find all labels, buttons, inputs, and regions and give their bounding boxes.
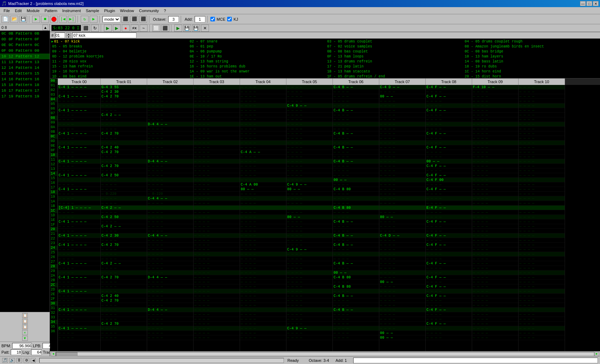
sample-entry[interactable]: 20 - 15 dist horn bbox=[463, 74, 599, 78]
sample-entry[interactable]: 10 - 13 ham layers bbox=[463, 54, 599, 59]
grid-cell[interactable]: — — — — bbox=[194, 224, 240, 229]
grid-cell[interactable]: C-4 2 70 bbox=[101, 94, 147, 99]
grid-cell[interactable]: — — — — bbox=[194, 331, 240, 335]
grid-cell[interactable]: — — — — bbox=[333, 238, 379, 243]
grid-cell[interactable]: — — — — bbox=[519, 215, 565, 219]
grid-cell[interactable]: — — — — bbox=[379, 243, 425, 247]
grid-cell[interactable]: — — — — bbox=[519, 141, 565, 145]
grid-cell[interactable]: — — — — bbox=[147, 117, 193, 122]
grid-cell[interactable]: — — — — bbox=[472, 261, 518, 266]
grid-cell[interactable]: — — — — bbox=[426, 215, 472, 219]
grid-cell[interactable]: C-4 9 — — bbox=[286, 182, 332, 187]
grid-cell[interactable]: — — — — bbox=[147, 145, 193, 150]
grid-cell[interactable]: — — — — bbox=[58, 322, 100, 326]
grid-cell[interactable]: — — — — bbox=[286, 85, 332, 90]
grid-cell[interactable]: C-4 B — — bbox=[333, 219, 379, 224]
sample-entry[interactable]: 19 - 16 horn solo bbox=[51, 69, 187, 74]
grid-cell[interactable]: — — — — bbox=[426, 122, 472, 127]
grid-cell[interactable]: C-4 1 — — — — bbox=[58, 275, 100, 280]
tb2-btn3[interactable]: ⬜ bbox=[152, 25, 160, 32]
grid-cell[interactable]: — — — — bbox=[333, 215, 379, 219]
grid-cell[interactable]: — — — — bbox=[58, 127, 100, 131]
menu-item-?[interactable]: ? bbox=[162, 7, 168, 14]
grid-cell[interactable]: — — — — bbox=[194, 206, 240, 210]
grid-cell[interactable]: C-4 2 70 bbox=[101, 243, 147, 247]
grid-cell[interactable]: — — — — bbox=[333, 247, 379, 252]
pattern-item[interactable]: 1719 Pattern 19 bbox=[0, 93, 50, 99]
grid-cell[interactable]: — — — — bbox=[472, 243, 518, 247]
grid-cell[interactable]: — — — — bbox=[240, 90, 286, 94]
grid-cell[interactable]: — — — — bbox=[147, 335, 193, 340]
grid-cell[interactable]: — — — — bbox=[286, 335, 332, 340]
sample-entry[interactable]: 04 - 05 drums couplet rough bbox=[463, 39, 599, 44]
grid-cell[interactable]: — — — — bbox=[379, 127, 425, 131]
grid-cell[interactable]: — — — — bbox=[333, 164, 379, 168]
grid-cell[interactable]: — — — — bbox=[147, 201, 193, 206]
grid-cell[interactable]: — — — — bbox=[147, 317, 193, 322]
grid-cell[interactable]: — — — — bbox=[519, 322, 565, 326]
grid-cell[interactable]: — — — — bbox=[379, 289, 425, 294]
grid-cell[interactable]: — — — — bbox=[147, 312, 193, 317]
grid-cell[interactable]: — — — — bbox=[333, 141, 379, 145]
grid-cell[interactable]: — — — — bbox=[519, 90, 565, 94]
grid-cell[interactable]: — — — — bbox=[519, 131, 565, 136]
grid-cell[interactable]: C-4 F 00 bbox=[426, 178, 472, 182]
grid-cell[interactable]: 00 — — bbox=[379, 94, 425, 99]
grid-cell[interactable]: — — — — bbox=[379, 219, 425, 224]
grid-cell[interactable]: C-4 F — — bbox=[426, 131, 472, 136]
grid-cell[interactable]: C-4 2 — — bbox=[101, 206, 147, 210]
grid-cell[interactable]: — — — — bbox=[519, 238, 565, 243]
grid-cell[interactable]: — — — — bbox=[240, 113, 286, 117]
grid-cell[interactable]: — — — — bbox=[333, 173, 379, 178]
grid-cell[interactable]: — — — — bbox=[58, 229, 100, 233]
pattern-play-button[interactable]: ▶ bbox=[90, 16, 98, 23]
grid-cell[interactable]: — — — — bbox=[286, 243, 332, 247]
grid-cell[interactable]: — — — — bbox=[472, 289, 518, 294]
grid-cell[interactable]: — — — — bbox=[426, 303, 472, 308]
grid-cell[interactable]: — — — — bbox=[240, 331, 286, 335]
grid-cell[interactable]: — — — — bbox=[519, 275, 565, 280]
grid-cell[interactable]: — — — — bbox=[286, 271, 332, 275]
grid-cell[interactable]: — — — — bbox=[58, 168, 100, 173]
grid-cell[interactable]: — — — — bbox=[240, 247, 286, 252]
grid-cell[interactable]: — — — — bbox=[240, 243, 286, 247]
track-header-10[interactable]: Track 10 bbox=[519, 79, 565, 85]
grid-cell[interactable]: — — — — bbox=[286, 298, 332, 303]
grid-cell[interactable]: — — — — bbox=[240, 127, 286, 131]
grid-cell[interactable]: — — — — bbox=[333, 113, 379, 117]
open-button[interactable]: 📂 bbox=[10, 16, 18, 23]
grid-cell[interactable]: — — — — bbox=[472, 192, 518, 196]
grid-cell[interactable]: — 0-220 bbox=[147, 192, 193, 196]
grid-cell[interactable]: — — — — bbox=[426, 247, 472, 252]
grid-cell[interactable]: — — — — bbox=[194, 136, 240, 141]
status-icon-2[interactable]: 🔊 bbox=[9, 358, 15, 363]
grid-cell[interactable]: C-4 2 40 bbox=[101, 145, 147, 150]
grid-cell[interactable]: — — — — bbox=[519, 168, 565, 173]
grid-cell[interactable]: C-4 D — — bbox=[379, 233, 425, 238]
grid-cell[interactable]: — — — — bbox=[519, 136, 565, 141]
grid-cell[interactable]: 00 — — bbox=[379, 335, 425, 340]
grid-cell[interactable]: — — — — bbox=[472, 117, 518, 122]
grid-cell[interactable]: — — — — bbox=[101, 303, 147, 308]
grid-cell[interactable]: — — — — bbox=[519, 178, 565, 182]
grid-cell[interactable]: — — — — bbox=[519, 294, 565, 298]
grid-cell[interactable]: — — — — bbox=[519, 164, 565, 168]
tb2-close[interactable]: ✕ bbox=[201, 25, 209, 32]
grid-cell[interactable]: — — — — bbox=[58, 247, 100, 252]
grid-cell[interactable]: — — — — bbox=[58, 252, 100, 257]
grid-cell[interactable]: — — — — bbox=[472, 108, 518, 113]
grid-cell[interactable]: — — — — bbox=[472, 215, 518, 219]
sample-entry[interactable]: 1E - 13 ham out bbox=[188, 74, 324, 78]
grid-cell[interactable]: — — — — bbox=[519, 326, 565, 331]
grid-cell[interactable]: — — — — bbox=[379, 113, 425, 117]
grid-cell[interactable]: — — — — bbox=[286, 168, 332, 173]
grid-cell[interactable]: — — — — bbox=[472, 122, 518, 127]
grid-cell[interactable]: — — — — bbox=[379, 238, 425, 243]
grid-cell[interactable]: — — — — bbox=[147, 271, 193, 275]
grid-cell[interactable]: — — — — bbox=[240, 173, 286, 178]
grid-cell[interactable]: — — — — bbox=[58, 215, 100, 219]
grid-cell[interactable]: — — — — bbox=[379, 322, 425, 326]
grid-cell[interactable]: — — — — bbox=[147, 261, 193, 266]
grid-cell[interactable]: — — — — bbox=[472, 335, 518, 340]
grid-cell[interactable]: — — — — bbox=[240, 99, 286, 103]
